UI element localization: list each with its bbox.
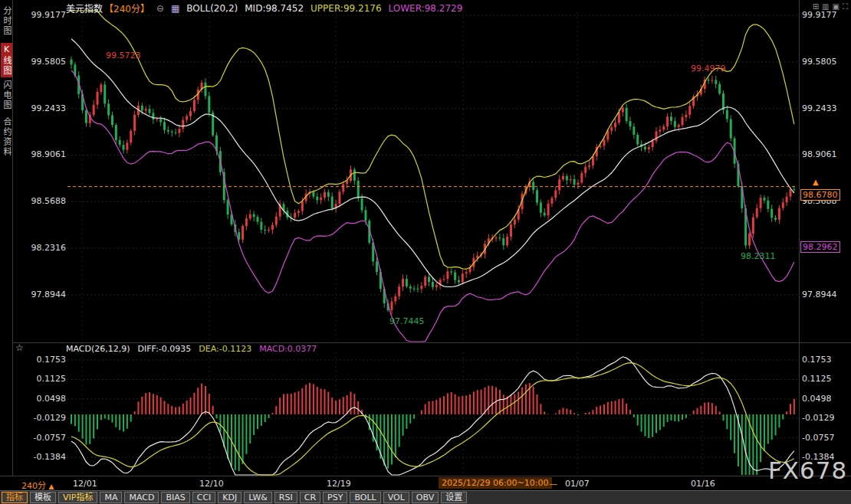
price-up-arrow: ▲ xyxy=(813,178,819,186)
macd-axis-label: 0.0498 xyxy=(802,394,832,404)
price-axis-label: 98.9061 xyxy=(802,149,837,159)
x-axis-label: 12/19 xyxy=(327,479,351,489)
sidebar-item-lightning[interactable]: 闪电图 xyxy=(1,79,12,112)
tab-vip-indicator[interactable]: VIP指标 xyxy=(58,492,97,503)
price-axis-label: 98.2316 xyxy=(23,243,66,253)
indicator-toolbar: 指标 模板 VIP指标 MA MACD BIAS CCI KDJ LW& RSI… xyxy=(0,490,851,504)
price-axis-label: 99.2433 xyxy=(802,103,837,113)
collapse-icon[interactable]: ⊖ xyxy=(156,3,164,14)
tab-macd[interactable]: MACD xyxy=(124,492,159,503)
tab-boll[interactable]: BOLL xyxy=(350,492,380,503)
trading-app-window: 美元指数 【240分】 ⊖ ▦ BOLL(20,2) MID:98.7452 U… xyxy=(0,0,851,504)
tab-rsi[interactable]: RSI xyxy=(274,492,297,503)
macd-axis-label: 0.1753 xyxy=(23,355,66,365)
macd-diff-value: DIFF:-0.0935 xyxy=(138,344,192,354)
macd-dea-value: DEA:-0.1123 xyxy=(199,344,251,354)
tab-cci[interactable]: CCI xyxy=(192,492,216,503)
x-axis-label: 01/16 xyxy=(691,479,715,489)
period-arrow-icon: ▲ xyxy=(49,483,54,490)
tab-lw[interactable]: LW& xyxy=(244,492,272,503)
price-axis-label: 99.2433 xyxy=(23,103,66,113)
sidebar-item-kline[interactable]: K线图 xyxy=(1,43,12,77)
macd-axis-label: -0.1384 xyxy=(23,452,66,462)
x-axis-label: 01/07 xyxy=(565,479,590,489)
kline-chart-canvas[interactable] xyxy=(0,0,851,504)
tab-psy[interactable]: PSY xyxy=(323,492,347,503)
tab-template[interactable]: 模板 xyxy=(30,492,56,503)
chart-header: 美元指数 【240分】 ⊖ ▦ BOLL(20,2) MID:98.7452 U… xyxy=(66,2,462,15)
x-axis-label: 12/01 xyxy=(73,479,97,489)
tab-kdj[interactable]: KDJ xyxy=(218,492,242,503)
high-annotation: 99.5723 xyxy=(106,51,141,61)
tab-cr[interactable]: CR xyxy=(300,492,320,503)
tab-ma[interactable]: MA xyxy=(100,492,122,503)
x-axis-label: 12/10 xyxy=(199,479,224,489)
period-label[interactable]: 【240分】 xyxy=(104,2,150,15)
boll-upper-value: UPPER:99.2176 xyxy=(310,3,381,14)
price-axis-label: 98.5688 xyxy=(23,196,66,206)
low-annotation: 97.7445 xyxy=(389,316,425,326)
macd-axis-label: 0.1753 xyxy=(802,355,832,365)
tab-indicator[interactable]: 指标 xyxy=(2,492,28,503)
price-axis-label: 99.9177 xyxy=(23,10,66,20)
favorite-star-icon[interactable]: ☆ xyxy=(15,342,24,353)
price-axis-label: 98.9061 xyxy=(23,149,66,159)
instrument-title: 美元指数 xyxy=(66,2,103,15)
macd-axis-label: -0.0129 xyxy=(802,413,834,423)
boll-mid-value: MID:98.7452 xyxy=(245,3,304,14)
macd-header: MACD(26,12,9) DIFF:-0.0935 DEA:-0.1123 M… xyxy=(66,344,317,354)
sidebar-item-contract-info[interactable]: 合约资料 xyxy=(1,116,12,159)
macd-macd-value: MACD:0.0377 xyxy=(259,344,317,354)
macd-axis-label: -0.0757 xyxy=(23,433,66,443)
macd-axis-label: -0.0757 xyxy=(802,433,834,443)
indicator-type-icon[interactable]: ▦ xyxy=(171,3,179,14)
tab-vol[interactable]: VOL xyxy=(383,492,409,503)
tab-settings[interactable]: 设置 xyxy=(441,492,467,503)
price-axis-label: 97.8944 xyxy=(23,290,66,299)
lower-band-tag: 98.2962 xyxy=(800,241,840,253)
low-annotation: 98.2311 xyxy=(741,251,776,261)
price-axis-label: 99.5805 xyxy=(802,57,837,67)
boll-lower-value: LOWER:98.2729 xyxy=(389,3,463,14)
watermark: FX678 xyxy=(768,457,847,484)
price-axis-label: 97.8944 xyxy=(802,290,837,299)
tab-bias[interactable]: BIAS xyxy=(161,492,189,503)
macd-axis-label: 0.0498 xyxy=(23,394,66,404)
period-selector[interactable]: 240分 ▲ xyxy=(21,479,54,491)
price-axis-label: 99.5805 xyxy=(23,57,66,67)
fullscreen-icon[interactable]: ⛶ xyxy=(843,2,848,11)
boll-label: BOLL(20,2) xyxy=(186,3,238,14)
macd-axis-label: 0.1125 xyxy=(23,374,66,384)
high-annotation: 99.4979 xyxy=(691,64,726,74)
macd-label: MACD(26,12,9) xyxy=(66,344,130,354)
macd-axis-label: -0.0129 xyxy=(23,413,66,423)
range-dash: — xyxy=(549,479,557,489)
last-price-tag: 98.6780 xyxy=(800,189,840,201)
tab-obv[interactable]: OBV xyxy=(412,492,439,503)
selected-range-label: 2025/12/29 06:00~10:00 xyxy=(439,477,552,489)
sidebar-item-timeline[interactable]: 分时图 xyxy=(1,5,12,38)
macd-axis-label: 0.1125 xyxy=(802,374,832,384)
price-axis-label: 99.9177 xyxy=(802,10,837,20)
